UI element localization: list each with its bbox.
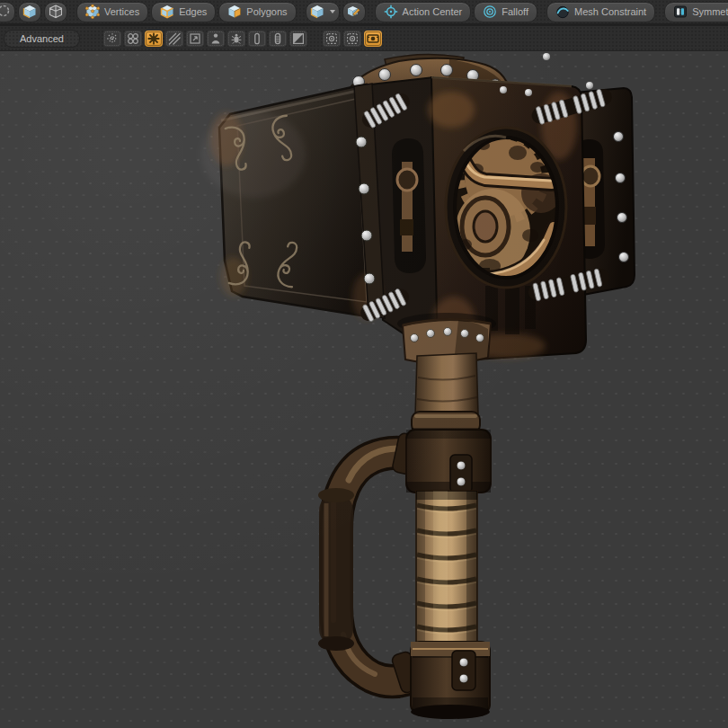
hatch-lines-icon bbox=[168, 32, 181, 45]
falloff-icon bbox=[483, 4, 497, 19]
cube-solid-icon bbox=[22, 4, 37, 19]
toggle-capsule[interactable] bbox=[248, 31, 266, 47]
vertices-mode-button[interactable]: Vertices bbox=[76, 2, 148, 22]
toggle-person[interactable] bbox=[207, 31, 225, 47]
action-center-icon bbox=[384, 4, 398, 19]
mesh-constraint-label: Mesh Constraint bbox=[574, 6, 646, 17]
symmetry-icon bbox=[673, 4, 688, 19]
mesh-constraint-button[interactable]: Mesh Constraint bbox=[546, 2, 655, 22]
wireframe-mode-button[interactable] bbox=[44, 2, 67, 22]
toggle-square-target-1[interactable] bbox=[323, 31, 341, 47]
action-center-label: Action Center bbox=[403, 6, 463, 17]
lasso-select-button[interactable] bbox=[0, 2, 15, 22]
chevron-down-icon bbox=[330, 10, 335, 13]
advanced-tab[interactable]: Advanced bbox=[4, 30, 80, 48]
polygons-mode-button[interactable]: Polygons bbox=[218, 2, 296, 22]
grip bbox=[416, 491, 477, 645]
edges-mode-button[interactable]: Edges bbox=[151, 2, 216, 22]
cube-edit-icon bbox=[347, 4, 361, 19]
falloff-label: Falloff bbox=[502, 6, 528, 17]
shaft bbox=[415, 353, 478, 415]
square-target-icon bbox=[325, 32, 338, 45]
select-mode-button[interactable] bbox=[18, 2, 41, 22]
polygons-label: Polygons bbox=[246, 6, 287, 17]
cube-polygons-icon bbox=[227, 4, 242, 19]
lasso-icon bbox=[0, 4, 11, 19]
half-filled-square-icon bbox=[292, 32, 305, 45]
edit-mesh-button[interactable] bbox=[342, 2, 366, 22]
action-center-button[interactable]: Action Center bbox=[375, 2, 472, 22]
cube-wireframe-icon bbox=[49, 4, 63, 19]
hammer-handle bbox=[318, 313, 496, 719]
edges-label: Edges bbox=[179, 6, 207, 17]
main-toolbar: Vertices Edges Polygons Action Center Fa… bbox=[0, 0, 728, 26]
capsule-icon bbox=[251, 32, 263, 45]
camera-region-icon bbox=[367, 32, 379, 45]
square-target-solid-icon bbox=[346, 32, 359, 45]
toggle-quad-circles[interactable] bbox=[124, 31, 142, 47]
dotted-asterisk-icon bbox=[106, 32, 119, 45]
secondary-toolbar: Advanced bbox=[0, 26, 728, 51]
vertices-label: Vertices bbox=[104, 6, 139, 17]
symmetry-label: Symmetry bbox=[692, 6, 728, 17]
coil-capsule-icon bbox=[271, 32, 284, 45]
toggle-asterisk-active[interactable] bbox=[145, 31, 163, 47]
square-arrow-icon bbox=[189, 32, 201, 45]
mesh-constraint-icon bbox=[555, 4, 570, 19]
advanced-label: Advanced bbox=[20, 33, 64, 44]
quad-circles-icon bbox=[127, 32, 139, 45]
cube-item-mode-icon bbox=[310, 4, 324, 19]
toggle-insect[interactable] bbox=[227, 31, 245, 47]
hammer-model[interactable] bbox=[0, 51, 728, 728]
cube-vertices-icon bbox=[85, 4, 100, 19]
toggle-square-arrow[interactable] bbox=[186, 31, 204, 47]
upper-junction bbox=[406, 430, 491, 493]
toggle-half-square[interactable] bbox=[289, 31, 307, 47]
insect-icon bbox=[230, 32, 243, 45]
cube-edges-icon bbox=[160, 4, 174, 19]
viewport-3d[interactable] bbox=[0, 51, 728, 728]
lower-junction bbox=[411, 642, 490, 719]
symmetry-button[interactable]: Symmetry bbox=[664, 2, 728, 22]
toggle-hatch-lines[interactable] bbox=[165, 31, 183, 47]
toggle-square-target-2[interactable] bbox=[343, 31, 361, 47]
falloff-button[interactable]: Falloff bbox=[474, 2, 537, 22]
app-window: Vertices Edges Polygons Action Center Fa… bbox=[0, 0, 728, 728]
item-mode-button[interactable] bbox=[306, 2, 340, 22]
toggle-coil-capsule[interactable] bbox=[269, 31, 287, 47]
asterisk-icon bbox=[147, 32, 160, 45]
toggle-dotted-asterisk[interactable] bbox=[103, 31, 121, 47]
head-left-plate bbox=[201, 84, 381, 320]
toggle-camera-region[interactable] bbox=[364, 31, 382, 47]
person-icon bbox=[209, 32, 222, 45]
